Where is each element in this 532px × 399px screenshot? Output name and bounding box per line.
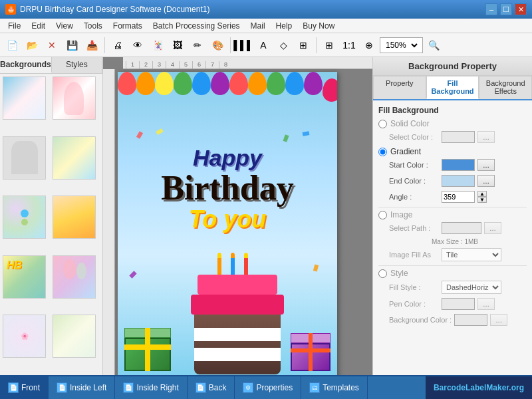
color-button[interactable]: 🎨 [208, 36, 227, 55]
happy-text: Happy [118, 145, 337, 171]
tab-templates-label: Templates [323, 383, 359, 392]
card-bottom-deco [118, 245, 337, 375]
close-doc-button[interactable]: ✕ [43, 36, 61, 55]
window-controls[interactable]: – ☐ ✕ [485, 3, 527, 15]
maximize-button[interactable]: ☐ [500, 3, 512, 15]
select-color-label: Select Color : [389, 133, 439, 141]
tab-properties-label: Properties [256, 383, 293, 392]
list-item[interactable]: HB [3, 255, 46, 299]
menu-buy[interactable]: Buy Now [297, 20, 340, 32]
tab-back[interactable]: 📄 Back [188, 376, 235, 399]
balloon [136, 72, 155, 95]
menu-file[interactable]: File [3, 20, 26, 32]
minimize-button[interactable]: – [485, 3, 497, 15]
tab-templates[interactable]: 🗂 Templates [301, 376, 368, 399]
save-button[interactable]: 💾 [63, 36, 81, 55]
list-item[interactable] [3, 76, 46, 120]
end-color-browse[interactable]: … [477, 175, 495, 187]
text-button[interactable]: A [254, 36, 273, 55]
list-item[interactable] [53, 255, 96, 299]
angle-label: Angle : [389, 193, 439, 201]
fill-as-select[interactable]: Tile Stretch Center [442, 248, 501, 261]
solid-color-browse[interactable]: … [477, 131, 495, 143]
angle-input[interactable] [442, 191, 475, 203]
end-color-box[interactable] [442, 175, 475, 187]
start-color-box[interactable] [442, 159, 475, 171]
gift-right [291, 331, 331, 371]
tab-fill-background[interactable]: Fill Background [426, 76, 479, 99]
birthday-cake [191, 268, 284, 374]
fill-as-label: Image Fill As [389, 251, 439, 259]
shape-button[interactable]: ◇ [274, 36, 293, 55]
list-item[interactable]: 🌸 [3, 315, 46, 358]
menu-tools[interactable]: Tools [78, 20, 108, 32]
list-item[interactable] [3, 136, 46, 180]
menu-view[interactable]: View [51, 20, 78, 32]
zoom-out-button[interactable]: 🔍 [424, 36, 443, 55]
spin-down[interactable]: ▼ [477, 197, 487, 203]
list-item[interactable] [53, 136, 96, 180]
balloon [285, 72, 304, 95]
draw-button[interactable]: ✏ [188, 36, 207, 55]
balloon [192, 72, 211, 95]
panel-tabs: Backgrounds Styles [0, 57, 102, 74]
angle-spinner[interactable]: ▲ ▼ [477, 191, 487, 203]
path-browse[interactable]: … [484, 222, 501, 234]
close-button[interactable]: ✕ [515, 3, 527, 15]
grid-button[interactable]: ⊞ [320, 36, 338, 55]
zoom-in-button[interactable]: ⊕ [360, 36, 378, 55]
table-button[interactable]: ⊞ [294, 36, 313, 55]
card-canvas[interactable]: Happy Birthday To you [118, 72, 337, 375]
list-item[interactable] [53, 196, 96, 239]
style-row: Style [378, 269, 527, 278]
tab-back-label: Back [209, 383, 227, 392]
tab-front[interactable]: 📄 Front [0, 376, 49, 399]
list-item[interactable] [53, 76, 96, 120]
tab-backgrounds[interactable]: Backgrounds [0, 57, 52, 73]
zoom-select[interactable]: 150% 100% 75% 50% [383, 40, 420, 51]
tab-bg-effects[interactable]: Background Effects [479, 76, 532, 99]
list-item[interactable] [3, 196, 46, 239]
pen-color-browse[interactable]: … [477, 298, 495, 310]
open-button[interactable]: 📂 [23, 36, 41, 55]
zoom-fit-button[interactable]: 1:1 [340, 36, 358, 55]
save-all-button[interactable]: 📥 [82, 36, 101, 55]
preview-button[interactable]: 👁 [128, 36, 147, 55]
design-button[interactable]: 🃏 [148, 36, 167, 55]
path-box [442, 222, 481, 234]
menu-help[interactable]: Help [271, 20, 298, 32]
tab-property[interactable]: Property [373, 76, 426, 99]
menu-batch[interactable]: Batch Processing Series [148, 20, 245, 32]
balloon [118, 72, 136, 95]
image-button[interactable]: 🖼 [168, 36, 187, 55]
menu-edit[interactable]: Edit [26, 20, 51, 32]
tab-styles[interactable]: Styles [52, 57, 102, 73]
style-radio[interactable] [378, 269, 387, 278]
divider1 [378, 207, 527, 207]
bg-color-browse[interactable]: … [490, 314, 507, 326]
start-color-browse[interactable]: … [477, 159, 495, 171]
tab-inside-left[interactable]: 📄 Inside Left [49, 376, 115, 399]
menu-formats[interactable]: Formats [108, 20, 148, 32]
solid-color-radio[interactable] [378, 120, 387, 128]
fill-style-select[interactable]: DashedHorizontal Solid Hatched [442, 281, 501, 294]
max-size-text: Max Size : 1MB [432, 238, 527, 245]
inside-right-icon: 📄 [123, 382, 134, 393]
menu-mail[interactable]: Mail [245, 20, 271, 32]
spin-up[interactable]: ▲ [477, 191, 487, 197]
balloon [248, 72, 267, 95]
balloon [267, 72, 285, 95]
tab-inside-right[interactable]: 📄 Inside Right [115, 376, 187, 399]
new-button[interactable]: 📄 [3, 36, 21, 55]
image-radio[interactable] [378, 211, 387, 219]
property-tabs: Property Fill Background Background Effe… [373, 76, 532, 100]
tab-properties[interactable]: ⚙ Properties [235, 376, 301, 399]
back-icon: 📄 [196, 382, 206, 393]
list-item[interactable] [53, 315, 96, 358]
print-button[interactable]: 🖨 [108, 36, 127, 55]
canvas-area: 123 456 78 [103, 57, 372, 375]
tab-inside-left-label: Inside Left [70, 383, 106, 392]
gradient-radio[interactable] [378, 148, 387, 156]
barcode-button[interactable]: ▌▌▌ [234, 36, 253, 55]
bottom-bar: 📄 Front 📄 Inside Left 📄 Inside Right 📄 B… [0, 375, 532, 399]
